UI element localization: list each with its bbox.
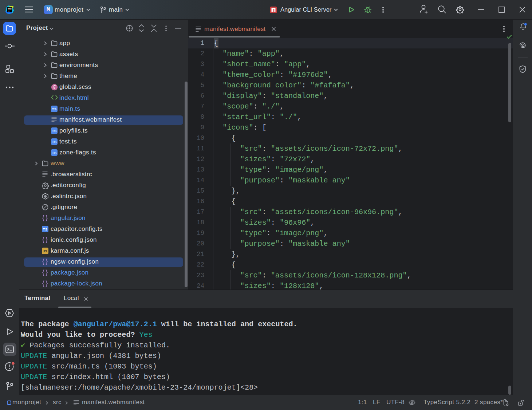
svg-text:TS: TS: [52, 107, 57, 111]
svg-text:TS: TS: [43, 227, 48, 231]
svg-text:JS: JS: [43, 249, 47, 253]
svg-text:TS: TS: [52, 140, 57, 144]
svg-text:TS: TS: [52, 151, 57, 155]
svg-text:TS: TS: [52, 129, 57, 133]
svg-text:WS: WS: [8, 7, 12, 10]
